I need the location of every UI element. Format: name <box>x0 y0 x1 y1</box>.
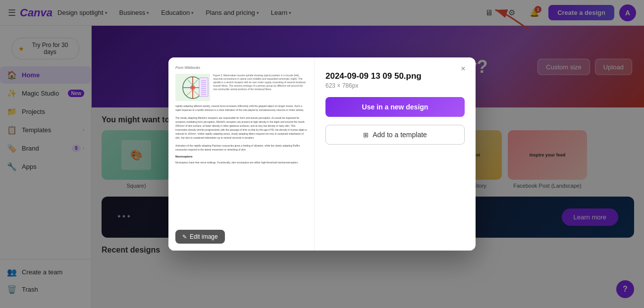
template-btn-label: Add to a template <box>373 131 427 139</box>
modal-filesize: 623 × 786px <box>325 82 465 89</box>
anatomy-diagram <box>175 74 210 101</box>
doc-source-label: From Wikibooks <box>175 65 307 71</box>
doc-figure-image <box>175 74 210 101</box>
modal-image-area: From Wikibooks <box>168 57 314 251</box>
doc-noci-text: Nociceptors have free nerve endings. Fun… <box>175 160 307 164</box>
doc-subheading: Nociceptors <box>175 154 307 159</box>
use-in-new-design-button[interactable]: Use in a new design <box>325 97 465 117</box>
doc-figure: Figure 2: Mammalian muscle spindle showi… <box>175 74 307 101</box>
edit-image-label: Edit image <box>190 233 218 240</box>
modal-filename-section: 2024-09-09 13 09 50.png 623 × 786px <box>325 71 465 89</box>
svg-point-5 <box>190 85 195 90</box>
modal-close-button[interactable]: × <box>457 62 470 75</box>
svg-rect-10 <box>199 78 208 97</box>
modal-preview-pane: From Wikibooks <box>168 57 315 251</box>
use-btn-label: Use in a new design <box>362 103 429 111</box>
document-preview: From Wikibooks <box>168 57 314 251</box>
close-icon: × <box>461 64 465 73</box>
modal-overlay[interactable]: × From Wikibooks <box>0 0 644 308</box>
modal-info-pane: 2024-09-09 13 09 50.png 623 × 786px Use … <box>315 57 476 251</box>
plus-icon: ⊞ <box>363 131 369 139</box>
doc-caption: Figure 2: Mammalian muscle spindle showi… <box>213 74 307 101</box>
modal: × From Wikibooks <box>168 57 476 251</box>
add-to-template-button[interactable]: ⊞ Add to a template <box>325 125 465 145</box>
modal-filename: 2024-09-09 13 09 50.png <box>325 71 465 81</box>
edit-image-button[interactable]: ✎ Edit image <box>175 230 225 244</box>
doc-body-text: rapidly adapting afferent activity, musc… <box>175 104 307 152</box>
edit-icon: ✎ <box>182 234 187 240</box>
